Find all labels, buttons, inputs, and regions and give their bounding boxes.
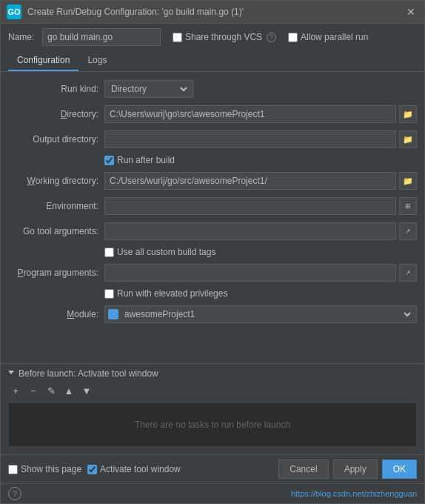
output-directory-folder-button[interactable]: 📁 [399, 130, 417, 148]
module-field: awesomeProject1 [104, 305, 417, 323]
environment-input[interactable] [104, 197, 396, 215]
custom-build-tags-checkbox[interactable] [104, 248, 114, 257]
parallel-run-checkbox[interactable] [288, 33, 298, 42]
bottom-options: Show this page Activate tool window [8, 464, 181, 474]
directory-label: Directory: [8, 109, 104, 119]
working-directory-row: Working directory: 📁 [8, 171, 417, 190]
output-directory-label: Output directory: [8, 134, 104, 145]
working-directory-folder-button[interactable]: 📁 [399, 172, 417, 190]
go-tool-arguments-label: Go tool arguments: [8, 226, 104, 236]
bottom-bar: Show this page Activate tool window Canc… [1, 454, 424, 483]
program-arguments-expand-button[interactable]: ↗ [399, 264, 417, 282]
share-vcs-checkbox[interactable] [173, 33, 182, 42]
run-kind-dropdown[interactable]: Directory [104, 80, 193, 98]
go-tool-arguments-expand-button[interactable]: ↗ [399, 222, 417, 240]
go-tool-arguments-input[interactable] [104, 222, 396, 240]
module-row: Module: awesomeProject1 [8, 305, 417, 324]
custom-build-tags-label[interactable]: Use all custom build tags [104, 247, 215, 257]
edit-task-button[interactable]: ✎ [44, 383, 58, 398]
run-after-build-text: Run after build [117, 155, 175, 165]
before-launch-toolbar: + − ✎ ▲ ▼ [8, 383, 417, 398]
directory-folder-button[interactable]: 📁 [399, 105, 417, 123]
environment-label: Environment: [8, 201, 104, 211]
ok-button[interactable]: OK [382, 460, 417, 479]
module-select[interactable]: awesomeProject1 [121, 308, 413, 320]
elevated-privileges-text: Run with elevated privileges [117, 288, 227, 299]
help-icon[interactable]: ? [8, 487, 21, 500]
program-arguments-input[interactable] [104, 264, 396, 282]
module-dropdown[interactable]: awesomeProject1 [104, 305, 417, 323]
elevated-privileges-label[interactable]: Run with elevated privileges [104, 288, 227, 299]
before-launch-header: Before launch: Activate tool window [8, 368, 417, 379]
tabs-bar: Configuration Logs [1, 50, 424, 72]
directory-row: Directory: 📁 [8, 105, 417, 124]
environment-row: Environment: ⊞ [8, 196, 417, 216]
share-vcs-text: Share through VCS [185, 32, 262, 42]
program-arguments-label: Program arguments: [8, 268, 104, 278]
title-bar: GO Create Run/Debug Configuration: 'go b… [1, 1, 424, 24]
working-directory-label: Working directory: [8, 176, 104, 186]
add-task-button[interactable]: + [8, 383, 23, 398]
custom-build-tags-row: Use all custom build tags [8, 247, 417, 257]
cancel-button[interactable]: Cancel [278, 460, 328, 479]
elevated-privileges-row: Run with elevated privileges [8, 288, 417, 299]
working-directory-field: 📁 [104, 172, 417, 190]
custom-build-tags-text: Use all custom build tags [117, 247, 215, 257]
go-tool-arguments-row: Go tool arguments: ↗ [8, 222, 417, 241]
output-directory-input[interactable] [104, 130, 396, 148]
parallel-run-label[interactable]: Allow parallel run [288, 32, 368, 42]
directory-field: 📁 [104, 105, 417, 123]
directory-input[interactable] [104, 105, 396, 123]
run-after-build-checkbox[interactable] [104, 156, 114, 165]
run-after-build-row: Run after build [8, 155, 417, 165]
main-window: GO Create Run/Debug Configuration: 'go b… [0, 0, 425, 504]
run-after-build-label[interactable]: Run after build [104, 155, 175, 165]
tasks-empty-area: There are no tasks to run before launch [8, 402, 417, 447]
remove-task-button[interactable]: − [26, 383, 41, 398]
before-launch-toggle[interactable] [8, 371, 14, 377]
very-bottom-bar: ? https://blog.csdn.net/zhizhengguan [1, 483, 424, 503]
window-title: Create Run/Debug Configuration: 'go buil… [27, 7, 398, 17]
go-tool-arguments-field: ↗ [104, 222, 417, 240]
elevated-privileges-checkbox[interactable] [104, 289, 114, 299]
environment-field: ⊞ [104, 197, 417, 215]
show-page-text: Show this page [21, 464, 81, 474]
program-arguments-row: Program arguments: ↗ [8, 263, 417, 282]
run-kind-row: Run kind: Directory [8, 79, 417, 99]
module-icon [108, 309, 118, 319]
tasks-empty-message: There are no tasks to run before launch [135, 420, 290, 430]
share-area: Share through VCS ? Allow parallel run [173, 32, 368, 42]
before-launch-title: Before launch: Activate tool window [19, 368, 158, 379]
activate-tool-window-label[interactable]: Activate tool window [87, 464, 181, 474]
activate-tool-window-text: Activate tool window [100, 464, 181, 474]
working-directory-input[interactable] [104, 172, 396, 190]
action-buttons: Cancel Apply OK [278, 460, 417, 479]
name-input[interactable] [42, 28, 161, 46]
parallel-run-text: Allow parallel run [301, 32, 368, 42]
name-row: Name: Share through VCS ? Allow parallel… [1, 24, 424, 50]
share-vcs-label[interactable]: Share through VCS ? [173, 32, 276, 42]
name-label: Name: [8, 32, 36, 42]
move-down-button[interactable]: ▼ [79, 383, 94, 398]
content-area: Run kind: Directory Directory: 📁 Output … [1, 72, 424, 363]
activate-tool-window-checkbox[interactable] [87, 465, 97, 474]
move-up-button[interactable]: ▲ [61, 383, 76, 398]
before-launch-section: Before launch: Activate tool window + − … [1, 363, 424, 454]
apply-button[interactable]: Apply [333, 460, 378, 479]
show-page-checkbox[interactable] [8, 465, 18, 474]
environment-expand-button[interactable]: ⊞ [399, 197, 417, 215]
run-kind-label: Run kind: [8, 84, 104, 94]
url-text: https://blog.csdn.net/zhizhengguan [291, 489, 417, 498]
tab-logs[interactable]: Logs [78, 50, 116, 71]
share-help-icon: ? [267, 33, 276, 42]
program-arguments-field: ↗ [104, 264, 417, 282]
close-button[interactable]: ✕ [404, 6, 418, 18]
run-kind-field: Directory [104, 80, 417, 98]
tab-configuration[interactable]: Configuration [8, 50, 78, 71]
module-label: Module: [8, 309, 104, 319]
go-icon: GO [7, 4, 21, 19]
show-page-label[interactable]: Show this page [8, 464, 81, 474]
output-directory-field: 📁 [104, 130, 417, 148]
run-kind-select[interactable]: Directory [108, 83, 190, 95]
output-directory-row: Output directory: 📁 [8, 130, 417, 149]
